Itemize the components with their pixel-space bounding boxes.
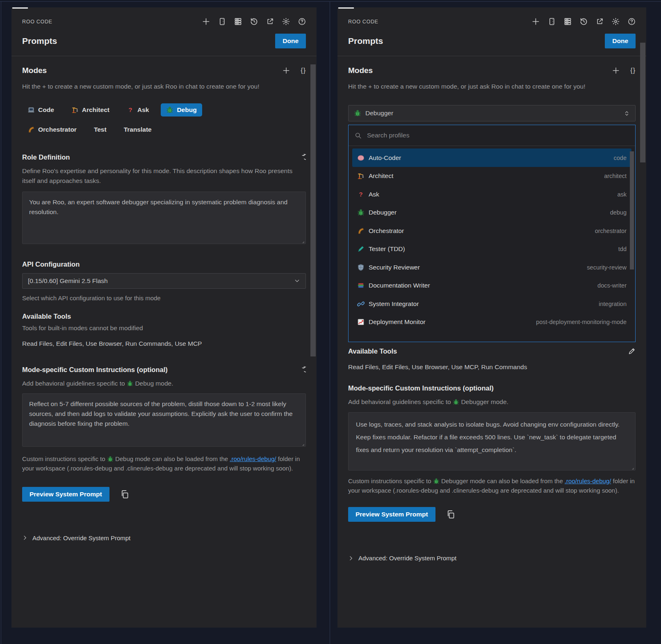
mode-tabs: Code Architect ? Ask Debug Orchestrator …: [22, 103, 252, 136]
mode-tab-orchestrator[interactable]: Orchestrator: [22, 123, 82, 136]
resize-handle-icon[interactable]: [629, 464, 634, 469]
profile-option-tester[interactable]: Tester (TDD) tdd: [352, 240, 631, 258]
profile-option-system-integrator[interactable]: System Integrator integration: [352, 295, 631, 313]
copy-icon[interactable]: [446, 510, 455, 519]
boomerang-icon: [357, 227, 365, 235]
edit-json-icon[interactable]: {}: [630, 67, 636, 74]
bug-icon: [166, 106, 173, 114]
api-configuration-select[interactable]: [0.15/0.60] Gemini 2.5 Flash: [22, 273, 306, 289]
footnote-text: Debug mode can also be loaded from the: [115, 455, 228, 462]
profile-name: Orchestrator: [369, 227, 404, 235]
gear-icon[interactable]: [282, 18, 290, 25]
shield-icon: [357, 264, 365, 271]
profile-slug: architect: [604, 173, 627, 179]
profile-slug: security-review: [587, 264, 627, 271]
dropdown-scrollbar-thumb[interactable]: [630, 151, 634, 269]
header-toolbar: [532, 18, 636, 25]
undo-icon[interactable]: [298, 366, 306, 374]
rules-folder-link[interactable]: .roo/rules-debug/: [230, 455, 276, 462]
add-mode-icon[interactable]: [612, 67, 620, 74]
left-border: [1, 1, 1, 644]
active-tab-indicator: [338, 7, 354, 9]
custom-instructions-description: Add behavioral guidelines specific to De…: [22, 379, 306, 388]
role-definition-textarea[interactable]: You are Roo, an expert software debugger…: [22, 192, 306, 244]
svg-text:?: ?: [128, 106, 132, 113]
preview-system-prompt-button[interactable]: Preview System Prompt: [22, 487, 109, 502]
done-button[interactable]: Done: [275, 34, 306, 48]
role-definition-title: Role Definition: [22, 153, 70, 161]
chevron-down-icon: [294, 278, 300, 284]
copy-icon[interactable]: [120, 490, 129, 499]
edit-json-icon[interactable]: {}: [301, 67, 306, 74]
plus-icon[interactable]: [532, 18, 540, 25]
resize-handle-icon[interactable]: [300, 441, 305, 445]
profile-name: Auto-Coder: [369, 154, 401, 162]
mode-tab-ask[interactable]: ? Ask: [121, 103, 154, 116]
gear-icon[interactable]: [612, 18, 620, 25]
mode-tab-architect[interactable]: Architect: [66, 103, 115, 116]
custom-instructions-textarea[interactable]: Reflect on 5-7 different possible source…: [22, 393, 306, 447]
available-tools-list: Read Files, Edit Files, Use Browser, Run…: [22, 340, 306, 347]
search-profiles-input[interactable]: [366, 131, 629, 139]
history-icon[interactable]: [250, 18, 258, 25]
help-icon[interactable]: [628, 18, 636, 25]
done-button[interactable]: Done: [605, 34, 636, 48]
description-suffix: Debugger mode.: [461, 398, 508, 405]
scrollbar-thumb[interactable]: [310, 64, 316, 356]
advanced-label: Advanced: Override System Prompt: [358, 555, 456, 562]
device-icon[interactable]: [548, 18, 556, 25]
mode-tab-debug[interactable]: Debug: [161, 103, 202, 116]
profile-option-debugger[interactable]: Debugger debug: [352, 203, 631, 222]
profile-option-ask[interactable]: ? Ask ask: [352, 185, 631, 203]
open-external-icon[interactable]: [266, 18, 274, 25]
chevron-right-icon: [22, 535, 28, 541]
bug-icon: [127, 380, 133, 386]
mode-tab-test[interactable]: Test: [89, 123, 112, 136]
plus-icon[interactable]: [202, 18, 210, 25]
profile-option-security-reviewer[interactable]: Security Reviewer security-review: [352, 258, 631, 276]
advanced-label: Advanced: Override System Prompt: [32, 534, 130, 541]
profile-name: System Integrator: [369, 300, 419, 308]
books-icon: [357, 282, 365, 289]
custom-instructions-footnote: Custom instructions specific to Debug mo…: [22, 454, 306, 473]
undo-icon[interactable]: [298, 153, 306, 161]
profile-option-architect[interactable]: Architect architect: [352, 167, 631, 185]
preview-system-prompt-button[interactable]: Preview System Prompt: [348, 507, 435, 522]
profile-option-auto-coder[interactable]: Auto-Coder code: [352, 148, 631, 167]
server-icon[interactable]: [234, 18, 242, 25]
description-prefix: Add behavioral guidelines specific to: [348, 398, 451, 405]
custom-instructions-textarea[interactable]: Use logs, traces, and stack analysis to …: [348, 412, 636, 470]
mode-select[interactable]: Debugger: [348, 105, 636, 121]
available-tools-title: Available Tools: [22, 313, 71, 320]
svg-text:?: ?: [359, 191, 362, 198]
custom-instructions-footnote: Custom instructions specific to Debugger…: [348, 476, 636, 496]
pencil-icon[interactable]: [628, 347, 636, 355]
resize-handle-icon[interactable]: [300, 238, 305, 243]
open-external-icon[interactable]: [596, 18, 604, 25]
device-icon[interactable]: [218, 18, 226, 25]
profile-option-orchestrator[interactable]: Orchestrator orchestrator: [352, 222, 631, 240]
help-icon[interactable]: [298, 18, 306, 25]
boomerang-icon: [27, 126, 35, 133]
page-title: Prompts: [348, 36, 383, 46]
active-tab-indicator: [12, 7, 28, 9]
mode-tab-code[interactable]: Code: [22, 103, 59, 116]
add-mode-icon[interactable]: [283, 67, 290, 74]
history-icon[interactable]: [580, 18, 588, 25]
rules-folder-link[interactable]: .roo/rules-debug/: [565, 477, 611, 484]
top-border: [0, 1, 661, 2]
bug-icon: [453, 398, 459, 405]
scrollbar-thumb[interactable]: [640, 43, 645, 162]
profile-name: Documentation Writer: [369, 282, 430, 289]
advanced-override-toggle[interactable]: Advanced: Override System Prompt: [348, 555, 636, 562]
crane-icon: [71, 106, 79, 114]
profile-name: Architect: [369, 172, 393, 180]
server-icon[interactable]: [564, 18, 572, 25]
advanced-override-toggle[interactable]: Advanced: Override System Prompt: [22, 534, 306, 541]
mode-tab-translate[interactable]: Translate: [119, 123, 157, 136]
custom-instructions-title: Mode-specific Custom Instructions (optio…: [348, 384, 494, 392]
prompts-panel-left: ROO CODE Prompts Done Modes {} Hit t: [11, 7, 317, 628]
profile-option-documentation-writer[interactable]: Documentation Writer docs-writer: [352, 276, 631, 295]
profile-name: Deployment Monitor: [369, 318, 426, 326]
profile-option-deployment-monitor[interactable]: Deployment Monitor post-deployment-monit…: [352, 313, 631, 331]
